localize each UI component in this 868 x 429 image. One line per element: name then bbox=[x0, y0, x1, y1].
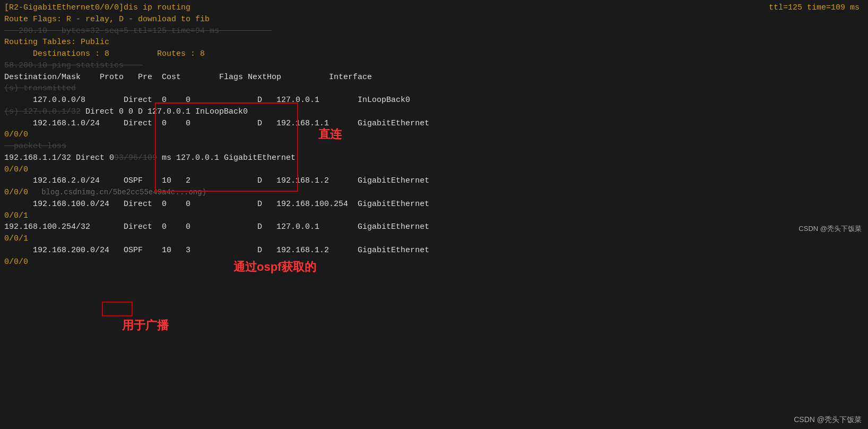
line-192-168-100-0: 192.168.100.0/24 Direct 0 0 D 192.168.10… bbox=[4, 199, 864, 210]
line-192-168-200-0: 192.168.200.0/24 OSPF 10 3 D 192.168.1.2… bbox=[4, 245, 864, 256]
line-packet-loss: packet loss bbox=[4, 141, 864, 152]
watermark-csdn-bottom: CSDN @秃头下饭菜 bbox=[794, 415, 862, 425]
line-transmitted: (s) transmitted bbox=[4, 83, 864, 95]
annotation-ospf-label: 通过ospf获取的 bbox=[233, 259, 316, 275]
line-interface-0-0-0-a: 0/0/0 bbox=[4, 129, 864, 141]
line-interface-0-0-0-b: 0/0/0 bbox=[4, 164, 864, 176]
line-interface-url: 0/0/0 blog.csdnimg.cn/5be2cc55e49a4c...o… bbox=[4, 187, 864, 199]
terminal-window: [R2-GigabitEthernet0/0/0]dis ip routing … bbox=[0, 0, 868, 429]
line-interface-0-0-1-a: 0/0/1 bbox=[4, 210, 864, 222]
line-127-0-0-1-cont: Direct 0 0 D 127.0.0.1 InLoopBack0 bbox=[81, 107, 248, 116]
annotation-broadcast-label: 用于广播 bbox=[122, 318, 169, 333]
line-column-headers: Destination/Mask Proto Pre Cost Flags Ne… bbox=[4, 72, 864, 83]
line-destinations: Destinations : 8 Routes : 8 bbox=[4, 48, 864, 60]
annotation-direct-label: 直连 bbox=[318, 126, 342, 142]
line-127-0-0-0: 127.0.0.0/8 Direct 0 0 D 127.0.0.1 InLoo… bbox=[4, 95, 864, 106]
line-192-168-1-1-end: ms 127.0.0.1 GigabitEthernet bbox=[157, 153, 296, 162]
line-min-avg-strikethrough: 93/96/109 bbox=[114, 153, 157, 162]
line-ping-statistics: 58.200.10 ping statistics --- bbox=[4, 60, 864, 72]
line-192-168-1-1-start: 192.168.1.1/32 Direct 0 bbox=[4, 153, 114, 162]
line-partial-strikethrough: (s) 127.0.0.1/32 bbox=[4, 107, 81, 116]
line-interface-0-0-0-c: 0/0/0 bbox=[4, 256, 864, 268]
annotation-box-32 bbox=[102, 302, 133, 316]
line-ttl: ttl=125 time=109 ms bbox=[769, 2, 860, 14]
line-route-flags: Route Flags: R - relay, D - download to … bbox=[4, 14, 864, 25]
watermark-csdn-mid: CSDN @秃头下饭菜 bbox=[798, 224, 862, 234]
line-command: [R2-GigabitEthernet0/0/0]dis ip routing bbox=[4, 3, 190, 12]
line-routing-tables: Routing Tables: Public bbox=[4, 37, 864, 48]
line-192-168-1-0: 192.168.1.0/24 Direct 0 0 D 192.168.1.1 … bbox=[4, 118, 864, 130]
line-192-168-100-254: 192.168.100.254/32 Direct 0 0 D 127.0.0.… bbox=[4, 221, 864, 233]
line-ping-strikethrough-1: ---200.10---bytes=32-seq=5-ttl=125-time=… bbox=[4, 25, 864, 37]
line-192-168-2-0: 192.168.2.0/24 OSPF 10 2 D 192.168.1.2 G… bbox=[4, 175, 864, 187]
line-interface-0-0-1-b: 0/0/1 bbox=[4, 233, 864, 245]
